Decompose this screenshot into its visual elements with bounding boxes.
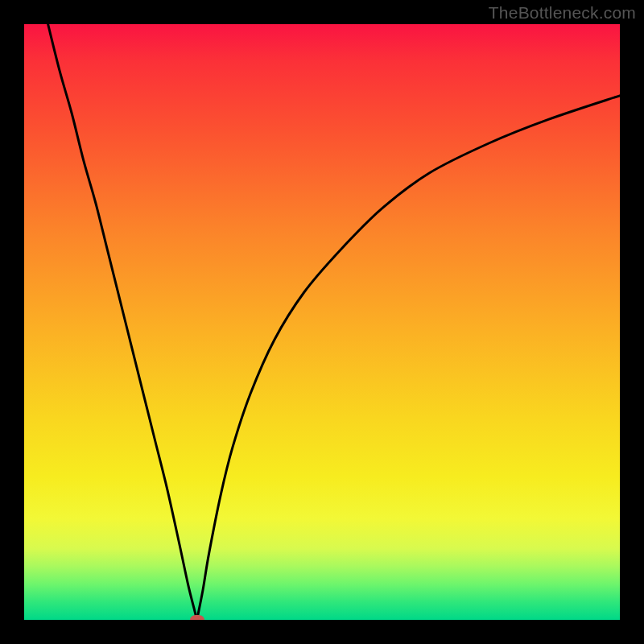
minimum-marker xyxy=(190,615,204,620)
chart-frame: TheBottleneck.com xyxy=(0,0,644,644)
watermark-text: TheBottleneck.com xyxy=(489,3,636,23)
bottleneck-curve xyxy=(24,24,620,620)
plot-area xyxy=(24,24,620,620)
